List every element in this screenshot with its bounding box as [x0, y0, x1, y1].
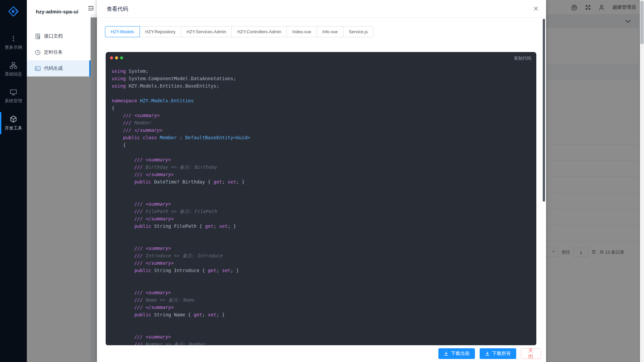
sidebar-item-label: 代码生成 [44, 65, 63, 71]
code-line [112, 149, 533, 156]
code-panel: 复制代码 using System;using System.Component… [106, 52, 536, 346]
code-line: { [112, 104, 533, 112]
download-icon [485, 351, 490, 356]
modal-title: 查看代码 [107, 6, 128, 13]
modal-scrollbar-thumb[interactable] [543, 19, 545, 202]
code-line [112, 90, 533, 97]
code-line [112, 326, 533, 333]
code-line [112, 230, 533, 237]
sidebar-item-2[interactable]: 定时任务 [27, 44, 91, 60]
code-line: public String Introduce { get; set; } [112, 267, 533, 274]
code-line: /// Name => 备注: Name [112, 296, 533, 304]
clock-icon [35, 50, 41, 55]
active-indicator-bar [0, 112, 1, 134]
tab-hzy-models[interactable]: HZY.Models [105, 26, 140, 37]
green-dot-icon [120, 56, 123, 59]
cube-icon [10, 115, 17, 123]
code-line: /// Introduce => 备注: Introduce [112, 252, 533, 259]
code-line [112, 193, 533, 200]
code-line: namespace HZY.Models.Entities [112, 97, 533, 104]
icon-sidebar-item-2[interactable]: 基础信息 [0, 56, 27, 83]
code-line: public class Member : DefaultBaseEntity<… [112, 134, 533, 141]
close-button[interactable]: 关闭 [521, 348, 541, 359]
icon-sidebar-item-label: 更多示例 [5, 44, 22, 50]
icon-sidebar-item-3[interactable]: 系统管理 [0, 83, 27, 109]
sidebar-item-1[interactable]: 接口文档 [27, 28, 91, 44]
modal-header: 查看代码 ✕ [97, 0, 546, 18]
app-logo[interactable] [0, 3, 27, 20]
browser-scrollbar-thumb[interactable] [640, 1, 644, 44]
code-line: /// FilePath => 备注: FilePath [112, 208, 533, 215]
doc-api-icon [35, 34, 41, 39]
code-line: /// <summary> [112, 156, 533, 163]
code-tabs: HZY.ModelsHZY.RepositoryHZY.Services.Adm… [105, 26, 373, 37]
icon-sidebar: 更多示例基础信息系统管理开发工具 [0, 0, 27, 362]
icon-sidebar-item-label: 基础信息 [5, 71, 22, 77]
sidebar-item-label: 定时任务 [44, 49, 63, 55]
code-line: /// <summary> [112, 245, 533, 252]
tab-index-vue[interactable]: Index.vue [286, 26, 317, 37]
code-line: /// Number => 备注: Number [112, 341, 533, 346]
icon-sidebar-item-label: 系统管理 [5, 98, 22, 104]
download-all-button[interactable]: 下载所有 [480, 348, 516, 359]
code-line: /// <summary> [112, 289, 533, 296]
icon-sidebar-item-4[interactable]: 开发工具 [0, 110, 27, 136]
browser-scrollbar-track[interactable] [640, 0, 644, 362]
icon-sidebar-item-label: 开发工具 [5, 125, 22, 131]
code-line: using System.ComponentModel.DataAnnotati… [112, 75, 533, 82]
tab-service-js[interactable]: Service.js [343, 26, 373, 37]
code-line [112, 186, 533, 193]
tab-hzy-controllers-admin[interactable]: HZY.Controllers.Admin [231, 26, 287, 37]
code-line [112, 318, 533, 326]
org-chart-icon [10, 62, 17, 69]
code-line: public String Name { get; set; } [112, 311, 533, 318]
tab-hzy-services-admin[interactable]: HZY.Services.Admin [181, 26, 232, 37]
code-line [112, 274, 533, 281]
yellow-dot-icon [115, 56, 118, 59]
code-block: using System;using System.ComponentModel… [112, 67, 533, 346]
code-line: { [112, 141, 533, 149]
window-dots [110, 56, 123, 59]
code-line: /// <summary> [112, 333, 533, 341]
code-line: /// <summary> [112, 112, 533, 119]
code-line: /// <summary> [112, 200, 533, 208]
code-line [112, 281, 533, 289]
code-line: public DateTime? Birthday { get; set; } [112, 178, 533, 186]
more-dots-icon [10, 35, 16, 42]
code-line: /// Birthday => 备注: Birthday [112, 163, 533, 171]
monitor-icon [10, 89, 17, 96]
project-title: hzy-admin-spa-ui [36, 9, 78, 14]
tab-info-vue[interactable]: Info.vue [317, 26, 343, 37]
modal-footer: 下载当前 下载所有 关闭 [97, 345, 546, 362]
red-dot-icon [110, 56, 113, 59]
code-line: /// </summary> [112, 259, 533, 267]
logo-diamond-icon [6, 4, 21, 19]
modal-overlay-strip[interactable] [91, 17, 97, 362]
code-line: using System; [112, 67, 533, 75]
code-line: using HZY.Models.Entities.BaseEntitys; [112, 82, 533, 90]
code-gen-icon [35, 66, 41, 71]
icon-sidebar-item-1[interactable]: 更多示例 [0, 30, 27, 56]
close-icon[interactable]: ✕ [533, 4, 539, 13]
view-code-modal: 查看代码 ✕ HZY.ModelsHZY.RepositoryHZY.Servi… [97, 0, 546, 362]
modal-overlay-sidebar[interactable] [27, 76, 91, 362]
code-line: public String FilePath { get; set; } [112, 222, 533, 230]
code-line [112, 237, 533, 245]
code-line: /// </summary> [112, 171, 533, 178]
download-icon [444, 351, 448, 356]
download-current-button[interactable]: 下载当前 [438, 348, 475, 359]
tab-hzy-repository[interactable]: HZY.Repository [140, 26, 181, 37]
copy-code-button[interactable]: 复制代码 [514, 55, 531, 61]
sidebar-item-label: 接口文档 [44, 33, 63, 39]
code-line: /// Member [112, 119, 533, 126]
code-line: /// </summary> [112, 304, 533, 311]
menu-fold-icon[interactable] [88, 5, 94, 11]
sidebar-item-3[interactable]: 代码生成 [27, 60, 91, 76]
code-line: /// </summary> [112, 215, 533, 222]
code-line: /// </summary> [112, 126, 533, 134]
